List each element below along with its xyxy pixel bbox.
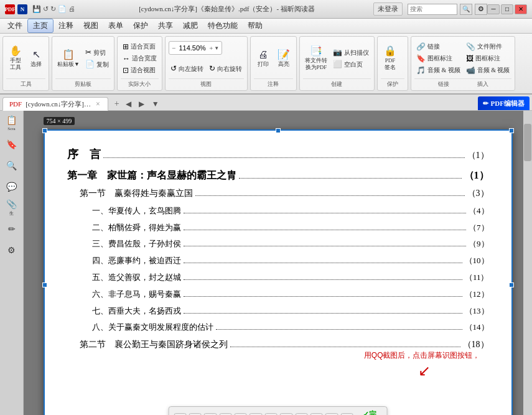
select-tool-button[interactable]: ↖ 选择 — [27, 49, 45, 69]
content-area: 754 × 499 序 言 （1 — [24, 111, 532, 415]
pdf-content: 序 言 （1） 第一章 家世篇：声名显赫的霸王之胄 （1） 第一节 赢秦得姓与秦… — [45, 131, 511, 368]
menu-protect[interactable]: 保护 — [128, 19, 153, 32]
rotate-buttons: ↺ 向左旋转 ↻ 向右旋转 — [169, 60, 244, 79]
toc-page-sub4: （10） — [465, 254, 489, 268]
highlight-button[interactable]: 📝 高亮 — [274, 49, 293, 69]
paste-button[interactable]: 📋 粘贴板▼ — [55, 49, 82, 69]
pdf-editor-badge[interactable]: ✏ PDF编辑器 — [478, 96, 530, 110]
tools-group-label: 工具 — [6, 78, 45, 88]
menu-special[interactable]: 特色功能 — [203, 19, 243, 32]
sidebar-item-bookmark[interactable]: 🔖 — [1, 134, 22, 154]
close-button[interactable]: ✕ — [515, 4, 527, 14]
pdf-document[interactable]: 序 言 （1） 第一章 家世篇：声名显赫的霸王之胄 （1） 第一节 赢秦得姓与秦… — [44, 129, 513, 415]
menu-share[interactable]: 共享 — [153, 19, 178, 32]
tab-nav-right[interactable]: ▶ — [136, 98, 147, 110]
insert-buttons: 🔗 链接 🔖 图框标注 🎵 音频 & 视频 📎 文件附件 � — [414, 39, 512, 78]
ribbon: ✋ 手型工具 ↖ 选择 工具 📋 粘贴板▼ ✂ 剪切 📄 — [0, 34, 532, 95]
pdf-sign-button[interactable]: 🔒 PDF签名 — [381, 45, 399, 72]
tab-list-button[interactable]: ▼ — [149, 98, 162, 110]
zoom-input[interactable] — [177, 44, 208, 52]
blank-page-button[interactable]: ⬜ 空白页 — [331, 59, 371, 70]
ribbon-group-view: ⊞ 适合页面 ↔ 适合宽度 ⊡ 适合视图 实际大小 — [117, 36, 162, 91]
maximize-button[interactable]: □ — [501, 4, 513, 14]
sign-label: PDF签名 — [385, 57, 396, 71]
tab-pdf-close[interactable]: × — [95, 100, 101, 109]
tab-add-button[interactable]: + — [111, 98, 123, 110]
attach-button[interactable]: 📎 文件附件 — [464, 42, 512, 52]
zoom-dropdown-icon[interactable]: ▼ — [214, 45, 219, 51]
toc-line-preface: 序 言 （1） — [67, 146, 489, 164]
print-button[interactable]: 🖨 打印 — [254, 49, 273, 69]
media2-button[interactable]: 📹 音频 & 视频 — [464, 65, 512, 76]
vertical-scrollbar[interactable] — [523, 111, 532, 415]
convert-icon: 📑 — [310, 46, 322, 56]
convert-to-pdf-button[interactable]: 📑 将文件转换为PDF — [303, 45, 329, 72]
paste-icon: 📋 — [62, 50, 75, 60]
cut-button[interactable]: ✂ 剪切 — [83, 47, 111, 58]
sidebar-item-scratch[interactable]: 📋 Scra — [1, 113, 22, 133]
zoom-control[interactable]: − + ▼ — [169, 41, 222, 55]
size-indicator: 754 × 499 — [44, 117, 75, 125]
toc-page-sub3: （9） — [469, 238, 489, 251]
handle-top-left[interactable] — [42, 128, 47, 133]
tab-pdf[interactable]: PDF [cydown.cn↓字分享]… × — [2, 97, 108, 111]
scrollbar-thumb[interactable] — [524, 124, 531, 161]
media-icon: 🎵 — [416, 66, 426, 75]
handle-mid-right[interactable] — [509, 282, 514, 287]
frame-button[interactable]: 🖼 图框标注 — [464, 54, 512, 64]
pdf-editor-label: PDF编辑器 — [491, 99, 525, 108]
handle-top-right[interactable] — [509, 128, 514, 133]
hand-label: 手型工具 — [10, 57, 21, 71]
fit-width-button[interactable]: ↔ 适合宽度 — [121, 54, 159, 64]
handle-mid-left[interactable] — [42, 282, 47, 287]
bookmark-button[interactable]: 🔖 图框标注 — [414, 54, 462, 64]
scan-icon: 📷 — [333, 48, 342, 57]
sidebar-item-edit[interactable]: ✏ — [1, 219, 22, 239]
zoom-group-label: 视图 — [169, 78, 244, 88]
bookmark-icon: 🔖 — [416, 54, 426, 63]
menu-help[interactable]: 帮助 — [243, 19, 268, 32]
zoom-minus[interactable]: − — [172, 44, 175, 52]
menu-view[interactable]: 视图 — [78, 19, 103, 32]
toc-dots-sub6 — [184, 296, 462, 297]
settings-icon[interactable]: ⚙ — [475, 4, 487, 15]
layers-icon: 📎 — [6, 199, 17, 210]
zoom-plus[interactable]: + — [209, 44, 213, 52]
sidebar-item-layers[interactable]: 📎 生 — [1, 198, 22, 218]
toc-text-sub8: 八、关于赢秦文明发展程度的估计 — [92, 321, 213, 334]
search-input[interactable] — [408, 4, 457, 15]
sidebar-item-comments[interactable]: 💬 — [1, 177, 22, 197]
toc-dots-chapter1 — [239, 178, 462, 179]
rotate-left-button[interactable]: ↺ 向左旋转 — [169, 63, 205, 74]
fit-view-button[interactable]: ⊡ 适合视图 — [121, 65, 159, 76]
menu-annotation[interactable]: 注释 — [54, 19, 78, 32]
tab-pdf-icon: PDF — [9, 100, 22, 108]
hand-tool-button[interactable]: ✋ 手型工具 — [6, 45, 25, 72]
menu-file[interactable]: 文件 — [2, 19, 27, 32]
copy-button[interactable]: 📄 复制 — [83, 59, 111, 70]
scan-button[interactable]: 📷 从扫描仪 — [331, 47, 371, 58]
protect-buttons: 🔒 PDF签名 — [381, 39, 404, 78]
sidebar-item-settings[interactable]: ⚙ — [1, 240, 22, 260]
tab-nav-left[interactable]: ◀ — [123, 98, 134, 110]
menu-home[interactable]: 主页 — [27, 19, 54, 33]
minimize-button[interactable]: ─ — [487, 4, 500, 14]
toc-line-sub3: 三、费昌佐殷，子孙封侯 （9） — [67, 238, 489, 251]
link-button[interactable]: 🔗 链接 — [414, 42, 462, 52]
menu-form[interactable]: 表单 — [103, 19, 128, 32]
menu-diet[interactable]: 减肥 — [178, 19, 203, 32]
ss-done-button[interactable]: ✓完成 — [363, 409, 382, 415]
fit-page-button[interactable]: ⊞ 适合页面 — [121, 42, 159, 52]
rotate-right-button[interactable]: ↻ 向右旋转 — [207, 63, 244, 74]
qq-annotation-container: 用QQ截图后，点击屏幕识图按钮， ↙ — [364, 350, 480, 380]
toc-page-chapter1: （1） — [464, 167, 489, 184]
tab-nav: ◀ ▶ ▼ — [123, 98, 162, 110]
user-label[interactable]: 未登录 — [373, 2, 403, 16]
sidebar-item-search2[interactable]: 🔍 — [1, 156, 22, 175]
search-button[interactable]: 🔍 — [460, 4, 472, 15]
toc-text-sub4: 四、恶廉事约，被迫西迁 — [92, 254, 181, 268]
handle-top-center[interactable] — [276, 128, 281, 133]
title-bar: PDF N 💾 ↺ ↻ 📄 🖨 [cydown.cn↓字分享]《秦始皇传》.pd… — [0, 0, 532, 19]
window-title: [cydown.cn↓字分享]《秦始皇传》.pdf（安全）- 福昕阅读器 — [80, 4, 373, 14]
media-button[interactable]: 🎵 音频 & 视频 — [414, 65, 462, 76]
